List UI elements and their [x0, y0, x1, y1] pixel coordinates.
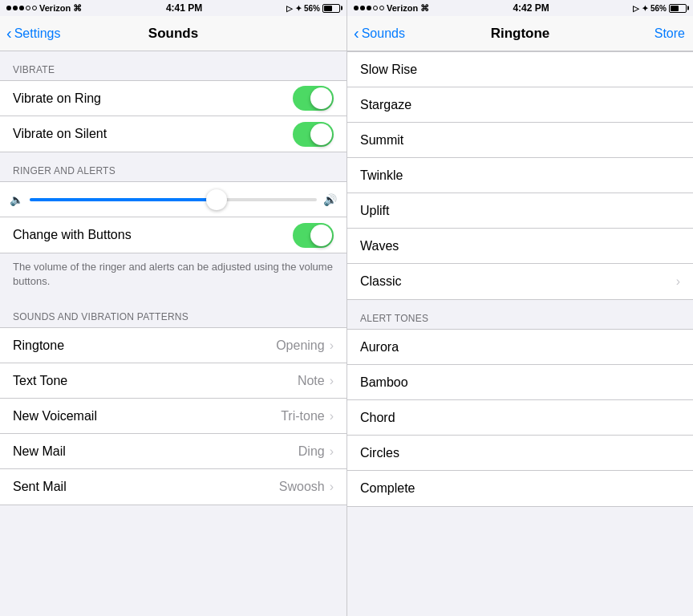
change-with-buttons-toggle[interactable]: [293, 223, 334, 248]
carrier-left: Verizon: [39, 3, 71, 13]
left-content: VIBRATE Vibrate on Ring Vibrate on Silen…: [0, 51, 346, 616]
left-panel: Verizon ⌘ 4:41 PM ▷ ✦ 56% ‹ Settings Sou…: [0, 0, 346, 616]
bluetooth-icon-left: ✦: [295, 4, 302, 13]
alert-complete[interactable]: Complete: [347, 471, 693, 506]
time-left: 4:41 PM: [166, 2, 202, 14]
rdot3: [367, 6, 371, 10]
back-chevron-left: ‹: [6, 25, 12, 41]
back-label-left: Settings: [14, 26, 61, 41]
dot4: [26, 6, 30, 10]
back-button-right[interactable]: ‹ Sounds: [354, 26, 405, 41]
classic-label: Classic: [360, 274, 676, 289]
change-buttons-footnote: The volume of the ringer and alerts can …: [0, 253, 346, 298]
ringtone-stargaze[interactable]: Stargaze: [347, 87, 693, 123]
new-mail-chevron: ›: [330, 444, 334, 459]
change-with-buttons-knob: [310, 225, 332, 246]
alert-tones-group: Aurora Bamboo Chord Circles Complete: [347, 329, 693, 507]
carrier-right: Verizon: [387, 3, 418, 13]
signal-dots-left: [6, 6, 37, 10]
aurora-label: Aurora: [360, 340, 680, 355]
ringtone-uplift[interactable]: Uplift: [347, 193, 693, 229]
rdot5: [379, 6, 384, 10]
battery-fill-left: [324, 6, 332, 11]
vibrate-ring-label: Vibrate on Ring: [13, 91, 293, 106]
new-mail-row[interactable]: New Mail Ding ›: [0, 434, 346, 469]
sent-mail-row[interactable]: Sent Mail Swoosh ›: [0, 469, 346, 505]
bamboo-label: Bamboo: [360, 375, 680, 390]
vibrate-ring-toggle[interactable]: [293, 86, 334, 111]
sent-mail-label: Sent Mail: [13, 480, 279, 494]
dot5: [32, 6, 37, 10]
slow-rise-label: Slow Rise: [360, 63, 680, 77]
right-status-right: ▷ ✦ 56%: [633, 4, 687, 13]
ringtone-row[interactable]: Ringtone Opening ›: [0, 328, 346, 363]
battery-fill-right: [671, 6, 679, 11]
sounds-patterns-header: SOUNDS AND VIBRATION PATTERNS: [0, 298, 346, 327]
volume-slider-track[interactable]: [30, 198, 317, 201]
carrier-signal-left: Verizon ⌘: [6, 3, 82, 14]
location-icon-left: ▷: [286, 4, 293, 13]
volume-low-icon: 🔈: [10, 193, 23, 206]
text-tone-label: Text Tone: [13, 374, 298, 388]
complete-label: Complete: [360, 481, 680, 496]
alert-bamboo[interactable]: Bamboo: [347, 365, 693, 400]
new-voicemail-row[interactable]: New Voicemail Tri-tone ›: [0, 399, 346, 434]
vibrate-header: VIBRATE: [0, 51, 346, 80]
vibrate-silent-knob: [310, 124, 332, 145]
alert-aurora[interactable]: Aurora: [347, 330, 693, 365]
ringtone-twinkle[interactable]: Twinkle: [347, 158, 693, 193]
alert-circles[interactable]: Circles: [347, 436, 693, 471]
ringtone-summit[interactable]: Summit: [347, 123, 693, 158]
back-button-left[interactable]: ‹ Settings: [6, 26, 60, 41]
wifi-icon-right: ⌘: [420, 3, 429, 14]
ringtone-chevron: ›: [330, 338, 334, 353]
back-chevron-right: ‹: [354, 25, 359, 41]
back-label-right: Sounds: [362, 26, 405, 41]
ringtone-slow-rise[interactable]: Slow Rise: [347, 52, 693, 87]
time-right: 4:42 PM: [513, 2, 549, 14]
sounds-patterns-group: Ringtone Opening › Text Tone Note › New …: [0, 327, 346, 505]
vibrate-silent-row: Vibrate on Silent: [0, 116, 346, 152]
nav-title-left: Sounds: [148, 26, 198, 42]
text-tone-row[interactable]: Text Tone Note ›: [0, 363, 346, 399]
text-tone-chevron: ›: [330, 374, 334, 388]
change-with-buttons-row: Change with Buttons: [0, 217, 346, 253]
new-mail-label: New Mail: [13, 444, 298, 459]
circles-label: Circles: [360, 446, 680, 460]
status-bar-left: Verizon ⌘ 4:41 PM ▷ ✦ 56%: [0, 0, 346, 16]
vibrate-silent-label: Vibrate on Silent: [13, 127, 293, 141]
volume-slider-thumb[interactable]: [206, 189, 227, 210]
nav-bar-left: ‹ Settings Sounds: [0, 16, 346, 51]
rdot2: [360, 6, 365, 10]
ringtones-group: Slow Rise Stargaze Summit Twinkle Uplift…: [347, 51, 693, 300]
signal-dots-right: [354, 6, 384, 10]
alert-chord[interactable]: Chord: [347, 400, 693, 436]
battery-body-left: [322, 4, 340, 13]
ringer-alerts-group: 🔈 🔊 Change with Buttons: [0, 181, 346, 253]
dot3: [19, 6, 24, 10]
vibrate-silent-toggle[interactable]: [293, 122, 334, 147]
ringtone-waves[interactable]: Waves: [347, 229, 693, 264]
ringtone-classic[interactable]: Classic ›: [347, 264, 693, 299]
vibrate-group: Vibrate on Ring Vibrate on Silent: [0, 80, 346, 152]
store-button[interactable]: Store: [654, 26, 685, 41]
carrier-signal-right: Verizon ⌘: [354, 3, 429, 14]
wifi-icon-left: ⌘: [73, 3, 82, 14]
ringer-alerts-header: RINGER AND ALERTS: [0, 152, 346, 181]
rdot4: [373, 6, 378, 10]
nav-bar-right: ‹ Sounds Ringtone Store: [347, 16, 693, 51]
new-voicemail-label: New Voicemail: [13, 409, 281, 424]
change-with-buttons-label: Change with Buttons: [13, 228, 293, 242]
ringtone-label: Ringtone: [13, 338, 276, 353]
chord-label: Chord: [360, 411, 680, 425]
battery-percent-left: 56%: [304, 4, 320, 13]
new-voicemail-chevron: ›: [330, 409, 334, 424]
vibrate-ring-knob: [310, 87, 332, 109]
battery-icon-left: [322, 4, 340, 13]
new-voicemail-value: Tri-tone: [281, 409, 325, 424]
alert-tones-header: ALERT TONES: [347, 300, 693, 329]
right-status-left: ▷ ✦ 56%: [286, 4, 340, 13]
ringtone-value: Opening: [276, 338, 325, 353]
classic-chevron: ›: [676, 274, 680, 289]
sent-mail-value: Swoosh: [279, 480, 325, 494]
